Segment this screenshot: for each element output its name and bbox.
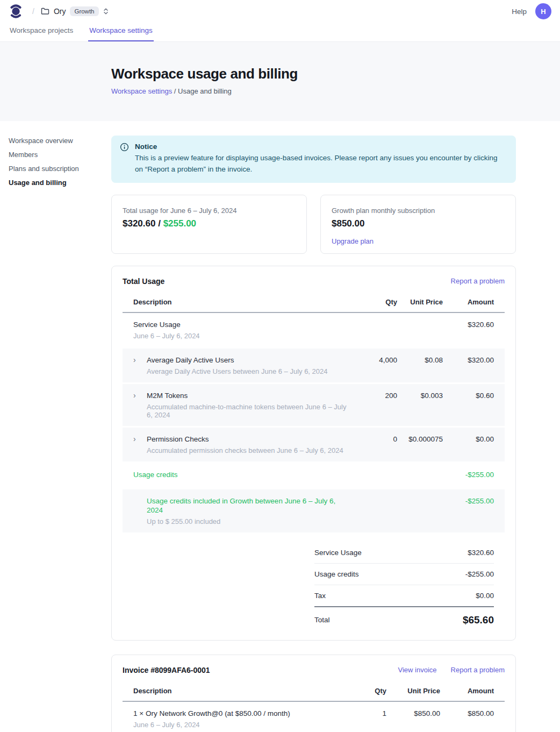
row-amount: -$255.00 — [443, 470, 494, 479]
row-subtitle: Average Daily Active Users between June … — [147, 367, 328, 375]
usage-credit-amount: $255.00 — [163, 218, 196, 229]
notice-title: Notice — [135, 143, 506, 151]
summary-value: $320.60 — [468, 549, 494, 557]
summary-row: Tax $0.00 — [314, 585, 494, 607]
switcher-chevrons-icon[interactable] — [103, 8, 109, 15]
col-unit-price: Unit Price — [397, 298, 443, 306]
row-amount: $320.60 — [443, 320, 494, 329]
expand-chevron-icon[interactable]: › — [133, 435, 147, 454]
row-amount: $0.00 — [443, 435, 494, 444]
breadcrumb-separator: / — [32, 7, 34, 16]
sidebar-item-plans-and-subscription[interactable]: Plans and subscription — [9, 165, 103, 173]
invoice-title: Invoice #8099AFA6-0001 — [123, 666, 210, 674]
sidebar-item-usage-and-billing[interactable]: Usage and billing — [9, 179, 103, 187]
total-usage-card: Total usage for June 6 – July 6, 2024 $3… — [111, 195, 307, 254]
summary-label: Usage credits — [314, 570, 359, 578]
invoice-panel: Invoice #8099AFA6-0001 View invoice Repo… — [111, 655, 516, 732]
total-usage-label: Total usage for June 6 – July 6, 2024 — [123, 207, 296, 215]
table-row-permission-checks: › Permission Checks Accumulated permissi… — [123, 426, 505, 461]
invoice-panel-header: Invoice #8099AFA6-0001 View invoice Repo… — [123, 666, 505, 674]
col-qty: Qty — [349, 687, 386, 695]
row-subtitle: Up to $ 255.00 included — [147, 517, 351, 525]
col-description: Description — [133, 298, 351, 306]
plan-subscription-card: Growth plan monthly subscription $850.00… — [320, 195, 516, 254]
row-qty: 1 — [349, 709, 386, 718]
usage-panel-header: Total Usage Report a problem — [123, 277, 505, 286]
row-amount: $320.00 — [443, 356, 494, 365]
summary-row: Usage credits -$255.00 — [314, 564, 494, 585]
summary-row: Service Usage $320.60 — [314, 542, 494, 564]
row-title: 1 × Ory Network Growth@0 (at $850.00 / m… — [133, 709, 349, 718]
total-label: Total — [314, 616, 330, 624]
row-amount: $850.00 — [440, 709, 494, 718]
breadcrumb-workspace-settings-link[interactable]: Workspace settings — [111, 87, 172, 95]
row-title: Average Daily Active Users — [147, 356, 328, 365]
row-unit-price: $0.08 — [397, 356, 443, 365]
ory-logo-icon[interactable] — [9, 3, 25, 20]
content-area: Workspace overview Members Plans and sub… — [0, 121, 560, 732]
tab-workspace-settings[interactable]: Workspace settings — [88, 23, 154, 41]
row-title: Permission Checks — [147, 435, 343, 444]
summary-label: Service Usage — [314, 549, 362, 557]
row-amount: -$255.00 — [443, 496, 494, 506]
plan-subscription-label: Growth plan monthly subscription — [332, 207, 505, 215]
col-amount: Amount — [440, 687, 494, 695]
row-amount: $0.60 — [443, 391, 494, 400]
col-qty: Qty — [351, 298, 397, 306]
tab-workspace-projects[interactable]: Workspace projects — [9, 23, 74, 41]
main-column: Notice This is a preview feature for dis… — [111, 136, 516, 732]
page-header: Workspace usage and billing Workspace se… — [0, 42, 560, 121]
usage-panel-title: Total Usage — [123, 277, 164, 286]
usage-table: Description Qty Unit Price Amount Servic… — [123, 294, 505, 532]
row-subtitle: Accumulated machine-to-machine tokens be… — [147, 403, 351, 419]
help-link[interactable]: Help — [512, 8, 527, 16]
usage-amount: $320.60 / — [123, 218, 163, 229]
notice-body: This is a preview feature for displaying… — [135, 153, 506, 175]
row-title: Service Usage — [133, 320, 351, 329]
usage-summary: Service Usage $320.60 Usage credits -$25… — [314, 542, 505, 629]
table-row-daily-active-users: › Average Daily Active Users Average Dai… — [123, 347, 505, 382]
invoice-table-header: Description Qty Unit Price Amount — [123, 683, 505, 702]
row-unit-price: $0.003 — [397, 391, 443, 400]
col-description: Description — [133, 687, 349, 695]
settings-sidenav: Workspace overview Members Plans and sub… — [9, 137, 103, 193]
row-qty: 4,000 — [351, 356, 397, 365]
report-problem-link[interactable]: Report a problem — [451, 277, 505, 285]
report-problem-link[interactable]: Report a problem — [451, 666, 505, 674]
expand-chevron-icon[interactable]: › — [133, 391, 147, 419]
col-amount: Amount — [443, 298, 494, 306]
row-unit-price: $0.000075 — [397, 435, 443, 444]
row-subtitle: June 6 – July 6, 2024 — [133, 721, 349, 729]
view-invoice-link[interactable]: View invoice — [398, 666, 437, 674]
preview-notice: Notice This is a preview feature for dis… — [111, 136, 516, 183]
col-unit-price: Unit Price — [386, 687, 440, 695]
total-usage-panel: Total Usage Report a problem Description… — [111, 266, 516, 641]
summary-value: $0.00 — [476, 592, 494, 600]
table-row-usage-credits-detail: Usage credits included in Growth between… — [123, 488, 505, 532]
plan-subscription-amount: $850.00 — [332, 218, 505, 229]
total-row: Total $65.60 — [314, 607, 494, 629]
row-subtitle: June 6 – July 6, 2024 — [133, 332, 351, 340]
sidebar-item-workspace-overview[interactable]: Workspace overview — [9, 137, 103, 145]
row-unit-price: $850.00 — [386, 709, 440, 718]
upgrade-plan-link[interactable]: Upgrade plan — [332, 237, 374, 245]
expand-chevron-icon[interactable]: › — [133, 356, 147, 375]
table-row-invoice-line: 1 × Ory Network Growth@0 (at $850.00 / m… — [123, 702, 505, 732]
total-usage-amount: $320.60 / $255.00 — [123, 218, 296, 229]
total-value: $65.60 — [463, 614, 494, 626]
row-qty: 0 — [351, 435, 397, 444]
user-avatar[interactable]: H — [535, 3, 551, 19]
sidebar-item-members[interactable]: Members — [9, 151, 103, 159]
row-title: Usage credits included in Growth between… — [147, 496, 351, 515]
plan-badge: Growth — [70, 6, 98, 16]
summary-value: -$255.00 — [465, 570, 494, 578]
summary-label: Tax — [314, 592, 326, 600]
summary-cards-row: Total usage for June 6 – July 6, 2024 $3… — [111, 195, 516, 254]
workspace-switcher[interactable]: Ory Growth — [41, 6, 109, 16]
top-tabs: Workspace projects Workspace settings — [0, 23, 560, 42]
breadcrumb: Workspace settings / Usage and billing — [111, 87, 560, 95]
row-title: M2M Tokens — [147, 391, 351, 400]
info-icon — [120, 143, 129, 175]
folder-icon — [41, 8, 49, 15]
breadcrumb-current: / Usage and billing — [172, 87, 232, 95]
